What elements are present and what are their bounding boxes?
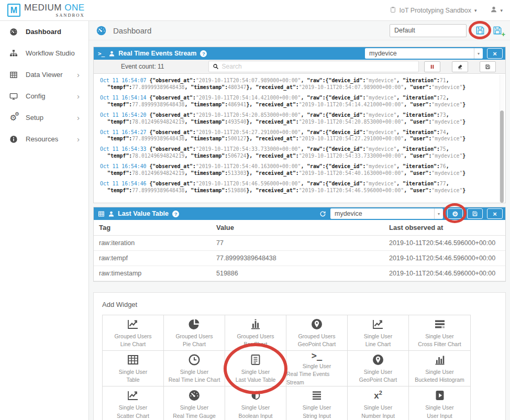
- widget-option-grouped-users-bar-chart[interactable]: Grouped UsersBar Chart: [225, 315, 286, 351]
- close-widget-button[interactable]: ×: [487, 48, 503, 59]
- widget-option-line2: Cross Filter Chart: [418, 340, 461, 348]
- table-row: raw:iteration772019-10-11T20:54:46.59600…: [94, 236, 505, 251]
- floppy-icon: [472, 211, 478, 217]
- page-header: Dashboard +: [89, 21, 510, 40]
- widget-option-grouped-users-geopoint-chart[interactable]: Grouped UsersGeoPoint Chart: [286, 315, 348, 351]
- save-events-button[interactable]: [480, 61, 496, 72]
- clear-button[interactable]: [452, 61, 468, 72]
- save-as-new-dashboard-button[interactable]: +: [492, 25, 503, 36]
- table-row: raw:timestamp5198862019-10-11T20:54:46.5…: [94, 266, 505, 281]
- widget-title: Last Value Table: [118, 210, 169, 217]
- table-icon: [98, 211, 105, 217]
- sidebar-item-dashboard[interactable]: Dashboard: [0, 21, 88, 42]
- widget-option-single-user-table[interactable]: Single UserTable: [103, 351, 164, 386]
- lines-icon: [311, 389, 323, 402]
- chevron-down-icon: ▾: [474, 8, 477, 13]
- widget-option-single-user-last-value-table[interactable]: Single UserLast Value Table: [225, 351, 286, 386]
- line-chart-icon: [127, 317, 139, 331]
- add-widget-title: Add Widget: [102, 301, 497, 308]
- close-widget-button[interactable]: ×: [487, 208, 503, 219]
- device-select[interactable]: mydevice ▾: [365, 48, 483, 59]
- help-icon[interactable]: ?: [172, 211, 179, 217]
- widget-option-line2: GeoPoint Chart: [298, 340, 336, 348]
- bar-chart-icon: [249, 317, 262, 331]
- widget-option-line1: Grouped Users: [114, 333, 151, 340]
- widget-option-single-user-line-chart[interactable]: Single UserLine Chart: [348, 315, 409, 351]
- geopoint-icon: [372, 353, 384, 367]
- pause-button[interactable]: [424, 61, 440, 72]
- event-entry: Oct 11 16:54:33 {"observed_at":"2019-10-…: [100, 146, 493, 160]
- widget-option-single-user-real-time-gauge[interactable]: Single UserReal Time Gauge: [164, 386, 225, 420]
- widget-option-single-user-number-input[interactable]: x2Single UserNumber Input: [348, 386, 409, 420]
- dashboard-gauge-icon: [96, 25, 107, 36]
- chevron-down-icon: ▾: [434, 208, 443, 219]
- page-title: Dashboard: [113, 26, 151, 35]
- widget-option-single-user-geopoint-chart[interactable]: Single UserGeoPoint Chart: [348, 351, 409, 386]
- cross-filter-icon: [434, 317, 446, 331]
- event-stream: Oct 11 16:54:07 {"observed_at":"2019-10-…: [94, 74, 505, 203]
- event-entry: Oct 11 16:54:14 {"observed_at":"2019-10-…: [100, 95, 493, 108]
- widget-option-grouped-users-line-chart[interactable]: Grouped UsersLine Chart: [103, 315, 164, 351]
- sidebar-item-resources[interactable]: Resources›: [0, 128, 88, 150]
- widget-option-single-user-user-input[interactable]: Single UserUser Input: [409, 386, 470, 420]
- plus-icon: +: [501, 31, 505, 38]
- widget-option-line2: Table: [126, 376, 139, 384]
- save-widget-button[interactable]: [467, 208, 483, 219]
- scrollbar-thumb[interactable]: [500, 110, 504, 203]
- search-input[interactable]: [219, 63, 415, 70]
- info-icon: [9, 135, 18, 143]
- table-cell: 519886: [211, 266, 384, 281]
- widget-option-single-user-real-time-line-chart[interactable]: Single UserReal Time Line Chart: [164, 351, 225, 386]
- widget-option-line2: User Input: [427, 412, 452, 420]
- widget-option-single-user-boolean-input[interactable]: Single UserBoolean Input: [225, 386, 286, 420]
- user-menu[interactable]: ▾: [490, 6, 503, 15]
- brand-sandbox: SANDBOX: [56, 13, 84, 18]
- widget-option-single-user-scatter-chart[interactable]: Single UserScatter Chart: [103, 386, 164, 420]
- table-cell: raw:iteration: [94, 236, 211, 251]
- widget-settings-button[interactable]: ⚙: [447, 208, 463, 219]
- dashboard-name-input[interactable]: [390, 24, 467, 37]
- widget-option-line2: Bar Chart: [244, 340, 268, 348]
- refresh-icon[interactable]: [319, 211, 326, 217]
- widget-option-single-user-bucketed-histogram[interactable]: Single UserBucketed Histogram: [409, 351, 470, 386]
- widget-option-line2: GeoPoint Chart: [359, 376, 397, 384]
- event-count-label: Event count:: [121, 63, 156, 70]
- last-value-table: TagValueLast observed at raw:iteration77…: [94, 220, 505, 281]
- chevron-right-icon: ›: [77, 135, 80, 143]
- terminal-icon: >_: [98, 50, 105, 57]
- sidebar-item-label: Data Viewer: [26, 71, 63, 79]
- widget-option-grouped-users-pie-chart[interactable]: Grouped UsersPie Chart: [164, 315, 225, 351]
- widget-option-single-user-cross-filter-chart[interactable]: Single UserCross Filter Chart: [409, 315, 470, 351]
- table-cell: 2019-10-11T20:54:46.596000+00:00: [384, 236, 505, 251]
- table-cell: 2019-10-11T20:54:46.596000+00:00: [384, 251, 505, 266]
- sidebar-item-workflow-studio[interactable]: Workflow Studio: [0, 42, 88, 64]
- brand-one: ONE: [64, 3, 84, 13]
- device-select[interactable]: mydevice ▾: [330, 208, 443, 219]
- widget-option-line2: Real Time Events Stream: [286, 370, 347, 386]
- help-icon[interactable]: ?: [200, 50, 207, 57]
- logo-m-icon: M: [7, 4, 20, 17]
- sidebar-item-config[interactable]: Config›: [0, 85, 88, 107]
- table-cell: raw:tempf: [94, 251, 211, 266]
- widget-option-single-user-string-input[interactable]: Single UserString Input: [286, 386, 348, 420]
- widget-grid: Grouped UsersLine ChartGrouped UsersPie …: [102, 315, 471, 420]
- widget-option-line1: Single User: [425, 333, 453, 340]
- widget-option-line1: Single User: [180, 404, 208, 412]
- widget-option-line1: Single User: [364, 404, 392, 412]
- widget-option-line2: String Input: [303, 412, 331, 420]
- widget-option-line2: Number Input: [361, 412, 395, 420]
- widget-option-line1: Single User: [303, 362, 331, 370]
- sidebar-item-setup[interactable]: ⚙⚙Setup›: [0, 107, 88, 128]
- widget-option-single-user-real-time-events-stream[interactable]: >_Single UserReal Time Events Stream: [286, 351, 348, 386]
- eraser-icon: [457, 64, 463, 70]
- sidebar-item-data-viewer[interactable]: Data Viewer›: [0, 64, 88, 85]
- clock-icon: [188, 353, 201, 367]
- event-count-value: 11: [158, 63, 164, 70]
- save-dashboard-button[interactable]: [475, 25, 485, 36]
- last-value-table-icon: [249, 353, 262, 367]
- gears-icon: ⚙⚙: [9, 113, 18, 122]
- terminal-icon: >_: [312, 350, 322, 361]
- workspace-selector[interactable]: IoT Prototyping Sandbox ▾: [390, 6, 477, 15]
- sidebar: DashboardWorkflow StudioData Viewer›Conf…: [0, 21, 89, 420]
- widget-option-line1: Grouped Users: [237, 333, 274, 340]
